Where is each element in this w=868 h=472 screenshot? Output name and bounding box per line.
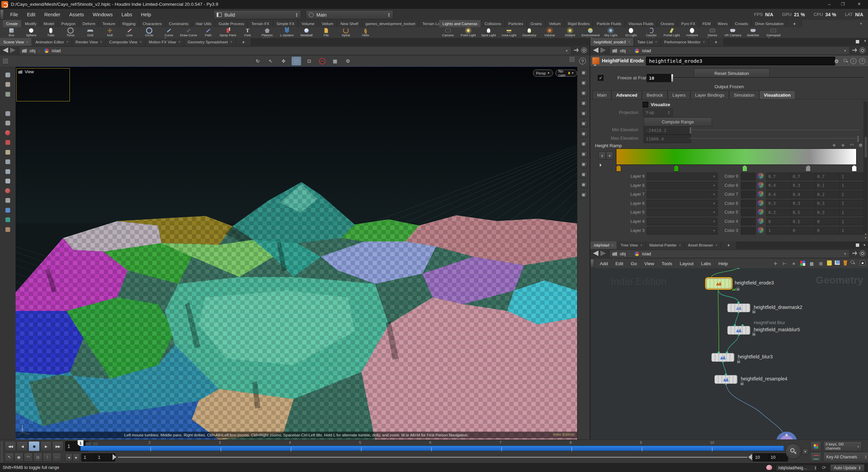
playbar-options-icon[interactable]: ⋯ [52, 453, 61, 462]
pin-icon[interactable] [4, 149, 11, 156]
scene-dropdown[interactable]: Main ▲▼ [306, 10, 393, 19]
pane-maximize-icon[interactable] [856, 40, 859, 43]
chevron-down-icon[interactable]: ▼ [713, 229, 715, 232]
help-icon[interactable]: ? [859, 58, 865, 64]
shelf-tool-vr-camera[interactable]: VR Camera [724, 27, 742, 38]
freeze-frame-field[interactable]: 10 [647, 74, 673, 82]
shelf-tab-polygon[interactable]: Polygon [58, 20, 79, 27]
shelf-tab-volume[interactable]: Volume [298, 20, 318, 27]
memory-icon[interactable] [580, 192, 587, 199]
pane-tab-performance-monitor[interactable]: Performance Monitor× [661, 38, 709, 46]
points-icon[interactable] [580, 151, 587, 158]
path-segment-node[interactable]: islad [52, 48, 61, 53]
node-name-field[interactable]: heightfield_erode3 [646, 57, 835, 65]
chevron-down-icon[interactable]: ▼ [713, 220, 715, 223]
display-options-icon[interactable]: ⚙ [343, 57, 353, 65]
network-menu-edit[interactable]: Edit [612, 261, 627, 266]
node-heightfield_maskblur5[interactable] [727, 326, 750, 335]
color-value-field[interactable]: 0.1 [815, 182, 843, 190]
color-swatch[interactable] [741, 227, 756, 235]
color-wheel-icon[interactable] [758, 182, 764, 188]
snap-icon[interactable] [569, 57, 575, 62]
shelf-tab-vellum[interactable]: Vellum [318, 20, 337, 27]
color-value-field[interactable]: 1 [766, 227, 794, 235]
param-tab-bedrock[interactable]: Bedrock [642, 91, 668, 99]
menu-collapse-handle[interactable] [0, 9, 4, 20]
tumble-icon[interactable]: ↻ [253, 57, 262, 65]
shelf-tab-hair-utils[interactable]: Hair Utils [192, 20, 215, 27]
path-segment-obj[interactable]: obj [29, 48, 35, 53]
tab-close-icon[interactable]: × [703, 40, 705, 44]
handles-icon[interactable] [580, 161, 587, 168]
shelf-tool-circle[interactable]: Circle [140, 27, 158, 38]
scoped-channels-button[interactable] [810, 452, 821, 462]
shelf-tab-wires[interactable]: Wires [714, 20, 731, 27]
network-tab-material-palette[interactable]: Material Palette× [646, 241, 685, 249]
projection-dropdown[interactable]: Y-up▲▼ [643, 109, 673, 117]
shelf-tab-terrain-fx[interactable]: Terrain FX [248, 20, 273, 27]
layer-name-field[interactable]: ▼ [647, 200, 718, 208]
node-heightfield_blur3[interactable] [711, 353, 734, 362]
ramp-stop-2[interactable] [742, 165, 747, 172]
copy-icon[interactable]: ⊞ [818, 260, 824, 267]
pane-grip-icon[interactable] [3, 58, 8, 64]
chevron-down-icon[interactable]: ▼ [844, 252, 847, 256]
move-icon[interactable]: ✜ [279, 57, 288, 65]
shelf-tool-null[interactable]: Null [101, 27, 119, 38]
pin-icon[interactable] [852, 48, 857, 53]
tab-close-icon[interactable]: × [140, 40, 142, 44]
shelf-tool-area-light[interactable]: Area Light [500, 27, 518, 38]
shelf-tool-curve-bezier[interactable]: Curve Bezier [160, 27, 178, 38]
ramp-expand-icon[interactable] [600, 163, 603, 167]
ramp-stop-4[interactable] [852, 165, 857, 172]
follow-icon[interactable] [860, 251, 865, 256]
camera-selector[interactable]: No cam▼ [555, 70, 577, 77]
key-options-dropdown[interactable]: ▼ [802, 449, 808, 455]
node-icon-chevron[interactable] [594, 65, 596, 67]
pane-tab-heightfield-erode3[interactable]: heightfield_erode3× [590, 38, 634, 46]
ramp-curve-icon[interactable]: ✛ [840, 142, 846, 148]
color-value-field[interactable]: 0.3 [815, 200, 843, 208]
color-swatch[interactable] [741, 200, 756, 208]
network-tab-tree-view[interactable]: Tree View× [617, 241, 646, 249]
network-tab-asset-browser[interactable]: Asset Browser× [685, 241, 721, 249]
tick-marks-icon[interactable]: ⦙ [43, 453, 52, 462]
network-menu-go[interactable]: Go [627, 261, 640, 266]
shelf-tab-fem[interactable]: FEM [699, 20, 714, 27]
material-sphere-icon[interactable] [4, 129, 11, 136]
param-tab-layers[interactable]: Layers [668, 91, 690, 99]
color-wheel-icon[interactable] [758, 200, 764, 206]
camera-icon[interactable] [580, 80, 587, 87]
help-icon[interactable]: ? [579, 58, 586, 64]
shelf-tab-grains[interactable]: Grains [527, 20, 546, 27]
shelf-tab-rigging[interactable]: Rigging [119, 20, 139, 27]
layout-grid-icon[interactable] [292, 57, 301, 65]
range-jump-start-button[interactable]: ◀ [65, 453, 73, 461]
chevron-down-icon[interactable]: ▼ [713, 184, 715, 187]
shelf-tool-spot-light[interactable]: Spot Light [480, 27, 497, 38]
set-key-button[interactable] [785, 443, 802, 459]
shelf-tab-oceans[interactable]: Oceans [657, 20, 678, 27]
paint-tool-icon[interactable] [4, 81, 11, 88]
shelf-tab-games-development-toolset[interactable]: games_development_toolset [362, 20, 419, 27]
shelf-tab-vellum[interactable]: Vellum [546, 20, 565, 27]
keys-summary-button[interactable]: 0 keys, 0/0 channels▲ [823, 441, 862, 451]
color-value-field[interactable]: 0.2 [815, 191, 843, 198]
shelf-tab-texture[interactable]: Texture [99, 20, 119, 27]
color-value-field[interactable]: 0.5 [790, 218, 818, 225]
character-icon[interactable] [4, 178, 11, 185]
color-wheel-icon[interactable] [758, 191, 764, 197]
color-value-field[interactable]: 1 [839, 227, 867, 235]
shelf-tool-point-light[interactable]: Point Light [459, 27, 477, 38]
layer-name-field[interactable]: ▼ [647, 191, 718, 198]
search-icon[interactable] [844, 59, 848, 63]
lock-icon[interactable] [4, 110, 11, 117]
shelf-tool-torus[interactable]: Torus [62, 27, 79, 38]
pane-tab-composite-view[interactable]: Composite View× [106, 38, 145, 46]
snap-icon[interactable] [580, 172, 587, 178]
color-value-field[interactable]: 1 [839, 182, 867, 190]
shelf-tool-spray-paint[interactable]: Spray Paint [219, 27, 237, 38]
network-menu-add[interactable]: Add [596, 261, 612, 266]
max-elevation-field-slider-handle[interactable] [857, 135, 859, 142]
grid-icon[interactable] [800, 261, 805, 266]
